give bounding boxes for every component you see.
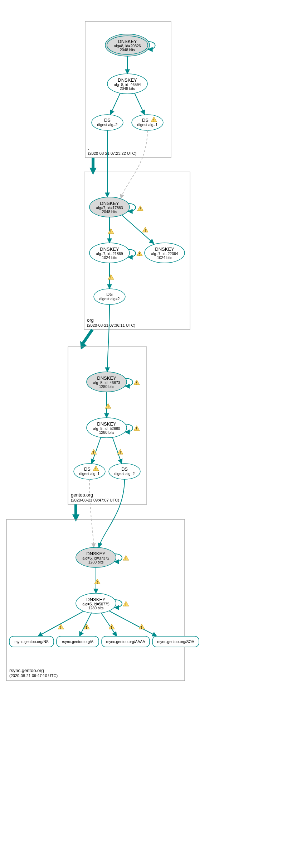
svg-text:1280 bits: 1280 bits xyxy=(88,560,104,564)
rr-a: rsync.gentoo.org/A xyxy=(57,636,99,647)
node-org-zsk2: DNSKEY alg=7, id=22064 1024 bits xyxy=(145,243,185,263)
node-gentoo-ksk: DNSKEY alg=5, id=46873 1280 bits xyxy=(87,372,127,392)
svg-text:DS: DS xyxy=(104,118,111,123)
warning-icon xyxy=(94,579,100,584)
zone-rsync-ts: (2020-08-21 09:47:10 UTC) xyxy=(9,673,58,678)
svg-text:DS: DS xyxy=(121,466,128,472)
rr-ns: rsync.gentoo.org/NS xyxy=(9,636,54,647)
svg-text:DNSKEY: DNSKEY xyxy=(118,77,137,83)
svg-text:2048 bits: 2048 bits xyxy=(102,210,117,214)
warning-icon xyxy=(137,206,143,211)
svg-text:1024 bits: 1024 bits xyxy=(102,255,117,260)
warning-icon xyxy=(117,449,123,455)
warning-icon xyxy=(123,601,129,606)
svg-text:DNSKEY: DNSKEY xyxy=(86,597,106,602)
svg-text:rsync.gentoo.org/SOA: rsync.gentoo.org/SOA xyxy=(157,639,194,644)
zone-rsync-name: rsync.gentoo.org xyxy=(9,668,44,673)
svg-text:DS: DS xyxy=(142,118,149,123)
node-rsync-zsk: DNSKEY alg=5, id=50775 1280 bits xyxy=(76,593,116,613)
warning-icon xyxy=(142,227,148,232)
svg-text:2048 bits: 2048 bits xyxy=(120,48,135,52)
svg-text:1024 bits: 1024 bits xyxy=(157,255,172,260)
zone-root-ts: (2020-08-21 07:23:22 UTC) xyxy=(88,151,136,155)
svg-text:rsync.gentoo.org/NS: rsync.gentoo.org/NS xyxy=(14,639,49,644)
svg-text:rsync.gentoo.org/A: rsync.gentoo.org/A xyxy=(62,639,93,644)
warning-icon xyxy=(123,555,129,561)
zone-gentoo-ts: (2020-08-21 09:47:07 UTC) xyxy=(71,498,119,502)
svg-text:digest alg=2: digest alg=2 xyxy=(115,471,135,476)
svg-text:DNSKEY: DNSKEY xyxy=(97,375,116,381)
rr-aaaa: rsync.gentoo.org/AAAA xyxy=(102,636,150,647)
svg-text:DNSKEY: DNSKEY xyxy=(97,421,116,427)
warning-icon xyxy=(105,403,111,409)
node-gentoo-zsk: DNSKEY alg=5, id=52980 1280 bits xyxy=(87,418,127,438)
zone-org-ts: (2020-08-21 07:36:11 UTC) xyxy=(87,323,135,327)
node-org-ds2: DS digest alg=2 xyxy=(94,289,125,304)
svg-text:1280 bits: 1280 bits xyxy=(99,430,115,435)
node-org-ksk: DNSKEY alg=7, id=17883 2048 bits xyxy=(89,197,130,217)
dnssec-diagram: ! . (2020-08-21 07:23:22 UTC) DNSKEY alg… xyxy=(4,4,288,864)
svg-text:DS: DS xyxy=(106,292,113,297)
node-gentoo-ds1: DS digest alg=1 xyxy=(74,464,105,479)
warning-icon xyxy=(139,624,145,629)
node-root-ksk: DNSKEY alg=8, id=20326 2048 bits xyxy=(105,34,150,56)
node-gentoo-ds2: DS digest alg=2 xyxy=(109,464,140,479)
rr-soa: rsync.gentoo.org/SOA xyxy=(152,636,199,647)
svg-text:DNSKEY: DNSKEY xyxy=(118,39,137,44)
node-root-zsk: DNSKEY alg=8, id=46594 2048 bits xyxy=(107,74,147,94)
node-root-ds1: DS digest alg=1 xyxy=(132,115,163,130)
svg-text:DNSKEY: DNSKEY xyxy=(100,201,119,206)
warning-icon xyxy=(137,251,142,256)
svg-text:DNSKEY: DNSKEY xyxy=(100,246,119,252)
node-org-zsk: DNSKEY alg=7, id=21869 1024 bits xyxy=(89,243,130,263)
warning-icon xyxy=(134,380,140,385)
warning-icon xyxy=(108,274,114,280)
svg-text:digest alg=1: digest alg=1 xyxy=(137,123,158,127)
svg-text:1280 bits: 1280 bits xyxy=(88,606,104,610)
warning-icon xyxy=(109,624,115,629)
svg-text:rsync.gentoo.org/AAAA: rsync.gentoo.org/AAAA xyxy=(106,639,145,644)
warning-icon xyxy=(134,426,140,431)
node-root-ds2: DS digest alg=2 xyxy=(92,115,123,130)
zone-org-name: org xyxy=(87,317,94,323)
svg-text:1280 bits: 1280 bits xyxy=(99,384,115,389)
svg-text:DNSKEY: DNSKEY xyxy=(155,246,174,252)
svg-text:DNSKEY: DNSKEY xyxy=(86,551,106,556)
svg-text:digest alg=2: digest alg=2 xyxy=(99,297,120,301)
svg-text:DS: DS xyxy=(84,466,91,472)
svg-text:2048 bits: 2048 bits xyxy=(120,86,135,91)
warning-icon xyxy=(108,229,114,234)
svg-text:digest alg=1: digest alg=1 xyxy=(79,471,100,476)
svg-text:digest alg=2: digest alg=2 xyxy=(97,123,118,127)
node-rsync-ksk: DNSKEY alg=5, id=37372 1280 bits xyxy=(76,547,116,567)
zone-root-name: . xyxy=(88,145,89,151)
